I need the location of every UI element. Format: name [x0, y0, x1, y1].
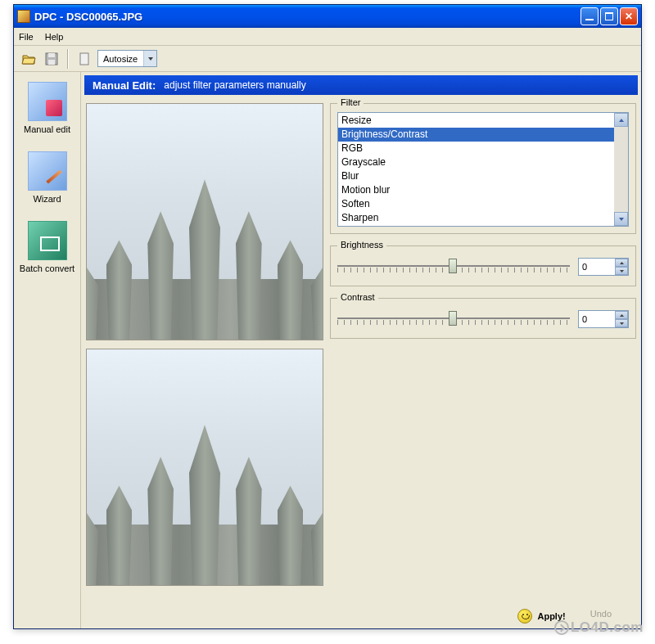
scroll-up-button[interactable]: [614, 113, 628, 127]
contrast-slider[interactable]: [337, 307, 570, 331]
filter-item[interactable]: Blur: [338, 169, 614, 183]
watermark-text: LO4D.com: [571, 619, 644, 636]
save-button[interactable]: [42, 49, 61, 69]
menu-file[interactable]: File: [19, 32, 34, 42]
filter-item[interactable]: Motion blur: [338, 183, 614, 197]
open-button[interactable]: [19, 49, 38, 69]
toolbar-separator: [67, 49, 69, 69]
sidebar-item-batch-convert[interactable]: Batch convert: [19, 221, 76, 274]
folder-open-icon: [21, 52, 36, 65]
menubar: File Help: [14, 28, 641, 46]
wizard-icon: [28, 151, 67, 191]
svg-rect-2: [48, 60, 55, 65]
filter-item[interactable]: RGB: [338, 142, 614, 155]
size-mode-combo[interactable]: Autosize: [97, 50, 157, 67]
minimize-button[interactable]: [580, 7, 599, 25]
brightness-label: Brightness: [337, 240, 386, 250]
body: Manual edit Wizard Batch convert Manual …: [14, 72, 641, 628]
section-header: Manual Edit: adjust filter parameters ma…: [84, 75, 638, 95]
scrollbar[interactable]: [614, 113, 628, 226]
undo-label: Undo: [590, 609, 612, 619]
spin-down-icon[interactable]: [615, 267, 628, 275]
sidebar-item-manual-edit[interactable]: Manual edit: [19, 82, 76, 135]
dropdown-arrow-icon[interactable]: [143, 51, 156, 66]
app-icon: [17, 10, 30, 23]
filter-group: Filter ResizeBrightness/ContrastRGBGrays…: [330, 103, 636, 234]
main-area: Manual Edit: adjust filter parameters ma…: [81, 72, 641, 628]
sidebar-label: Manual edit: [19, 124, 76, 135]
right-panel: Filter ResizeBrightness/ContrastRGBGrays…: [330, 103, 636, 624]
filter-item[interactable]: Sharpen: [338, 211, 614, 225]
contrast-label: Contrast: [337, 292, 378, 302]
svg-rect-3: [80, 53, 88, 65]
spin-up-icon[interactable]: [615, 311, 628, 319]
result-preview: [86, 349, 323, 586]
batch-convert-icon: [28, 221, 67, 260]
filter-item[interactable]: Resize: [338, 114, 614, 128]
sidebar: Manual edit Wizard Batch convert: [14, 72, 81, 628]
sidebar-label: Batch convert: [19, 263, 76, 274]
section-subtitle: adjust filter parameters manually: [164, 79, 305, 91]
filter-listbox[interactable]: ResizeBrightness/ContrastRGBGrayscaleBlu…: [337, 112, 629, 227]
brightness-spinner[interactable]: [578, 258, 629, 276]
scroll-down-button[interactable]: [614, 212, 628, 226]
smiley-icon: [517, 609, 532, 624]
floppy-icon: [45, 52, 58, 65]
spin-up-icon[interactable]: [615, 259, 628, 267]
watermark: LO4D.com: [554, 619, 644, 636]
document-icon: [78, 52, 91, 65]
contrast-spinner[interactable]: [578, 310, 629, 328]
sidebar-item-wizard[interactable]: Wizard: [19, 151, 76, 205]
preview-column: [86, 103, 323, 624]
filter-group-label: Filter: [337, 97, 364, 107]
size-mode-value: Autosize: [98, 54, 143, 64]
titlebar: DPC - DSC00065.JPG ✕: [14, 5, 641, 28]
filter-item[interactable]: Soften: [338, 197, 614, 211]
contrast-value[interactable]: [579, 311, 615, 327]
toolbar: Autosize: [14, 46, 641, 72]
original-preview: [86, 103, 323, 340]
menu-help[interactable]: Help: [45, 32, 64, 42]
window-title: DPC - DSC00065.JPG: [34, 11, 579, 23]
manual-edit-icon: [28, 82, 67, 121]
sidebar-label: Wizard: [19, 194, 76, 205]
content: Filter ResizeBrightness/ContrastRGBGrays…: [81, 98, 641, 628]
watermark-icon: [554, 620, 569, 635]
new-doc-button[interactable]: [75, 49, 94, 69]
filter-item[interactable]: Grayscale: [338, 155, 614, 169]
app-window: DPC - DSC00065.JPG ✕ File Help Autosize: [13, 4, 642, 629]
filter-item[interactable]: Brightness/Contrast: [338, 128, 614, 142]
svg-rect-1: [48, 53, 55, 57]
maximize-button[interactable]: [600, 7, 618, 25]
brightness-value[interactable]: [579, 259, 615, 275]
contrast-group: Contrast: [330, 298, 636, 339]
brightness-group: Brightness: [330, 245, 636, 286]
spin-down-icon[interactable]: [615, 319, 628, 327]
close-button[interactable]: ✕: [620, 7, 638, 25]
brightness-slider[interactable]: [337, 254, 570, 279]
section-title: Manual Edit:: [93, 79, 156, 92]
